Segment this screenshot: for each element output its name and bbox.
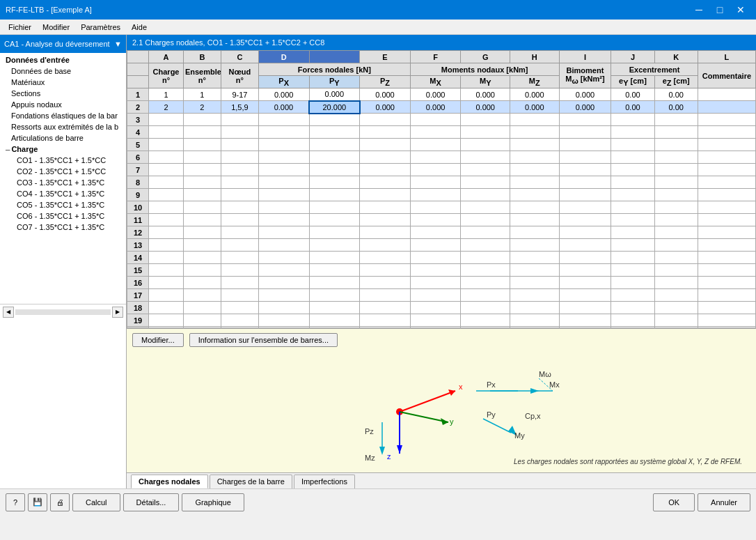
table-cell[interactable]: [309, 277, 360, 289]
table-cell[interactable]: [258, 139, 309, 151]
table-cell[interactable]: [559, 151, 611, 164]
table-cell[interactable]: [559, 126, 611, 139]
sidebar-item-co7[interactable]: CO7 - 1.35*CC1 + 1.35*C: [0, 222, 126, 233]
table-cell[interactable]: [461, 126, 510, 139]
table-cell[interactable]: [360, 151, 411, 164]
table-cell[interactable]: 0.000: [410, 88, 461, 101]
table-cell[interactable]: [221, 252, 258, 264]
table-cell[interactable]: [258, 164, 309, 176]
table-cell[interactable]: [654, 214, 698, 226]
table-cell[interactable]: [698, 289, 755, 302]
table-cell[interactable]: [461, 201, 510, 214]
table-cell[interactable]: 0.000: [360, 101, 411, 114]
scroll-left-button[interactable]: ◀: [3, 307, 14, 318]
table-row[interactable]: 14: [127, 252, 756, 264]
table-cell[interactable]: [183, 289, 221, 302]
table-cell[interactable]: 0.000: [410, 101, 461, 114]
table-cell[interactable]: [309, 164, 360, 176]
table-cell[interactable]: [360, 289, 411, 302]
table-cell[interactable]: [258, 201, 309, 214]
table-cell[interactable]: [258, 214, 309, 226]
table-cell[interactable]: [654, 289, 698, 302]
table-cell[interactable]: 17: [127, 289, 149, 302]
table-cell[interactable]: 0.00: [654, 88, 698, 101]
table-cell[interactable]: [309, 214, 360, 226]
table-row[interactable]: 1119-170.0000.0000.0000.0000.0000.0000.0…: [127, 88, 756, 101]
sidebar-item-co4[interactable]: CO4 - 1.35*CC1 + 1.35*C: [0, 188, 126, 199]
table-cell[interactable]: [149, 126, 184, 139]
table-cell[interactable]: [149, 277, 184, 289]
maximize-button[interactable]: □: [710, 0, 730, 20]
table-cell[interactable]: [410, 176, 461, 189]
table-cell[interactable]: [360, 126, 411, 139]
table-cell[interactable]: [183, 277, 221, 289]
table-cell[interactable]: [258, 289, 309, 302]
table-cell[interactable]: [559, 176, 611, 189]
table-cell[interactable]: [559, 302, 611, 314]
table-cell[interactable]: 11: [127, 214, 149, 226]
table-cell[interactable]: [149, 139, 184, 151]
table-cell[interactable]: [149, 151, 184, 164]
table-cell[interactable]: [654, 176, 698, 189]
table-cell[interactable]: 0.000: [559, 101, 611, 114]
table-cell[interactable]: [360, 226, 411, 239]
table-cell[interactable]: 0.000: [461, 101, 510, 114]
table-cell[interactable]: [149, 302, 184, 314]
table-cell[interactable]: [221, 176, 258, 189]
table-cell[interactable]: [698, 252, 755, 264]
table-cell[interactable]: [698, 226, 755, 239]
table-cell[interactable]: [149, 252, 184, 264]
table-cell[interactable]: [654, 226, 698, 239]
table-cell[interactable]: [410, 289, 461, 302]
table-cell[interactable]: [309, 189, 360, 201]
table-container[interactable]: A B C D E F G H I J K L: [127, 50, 756, 328]
table-cell[interactable]: [698, 88, 755, 101]
table-cell[interactable]: [410, 201, 461, 214]
table-cell[interactable]: 13: [127, 239, 149, 252]
table-row[interactable]: 16: [127, 277, 756, 289]
table-cell[interactable]: [258, 189, 309, 201]
table-cell[interactable]: 5: [127, 139, 149, 151]
table-row[interactable]: 17: [127, 289, 756, 302]
table-cell[interactable]: 0.00: [611, 88, 654, 101]
table-cell[interactable]: 10: [127, 201, 149, 214]
table-cell[interactable]: [698, 114, 755, 126]
minimize-button[interactable]: ─: [689, 0, 709, 20]
table-cell[interactable]: [611, 114, 654, 126]
table-cell[interactable]: [510, 114, 560, 126]
table-cell[interactable]: 1,5,9: [221, 101, 258, 114]
table-cell[interactable]: [461, 302, 510, 314]
table-cell[interactable]: [360, 189, 411, 201]
table-cell[interactable]: [654, 277, 698, 289]
table-row[interactable]: 7: [127, 164, 756, 176]
table-cell[interactable]: [654, 189, 698, 201]
table-cell[interactable]: [654, 151, 698, 164]
table-cell[interactable]: [611, 302, 654, 314]
table-row[interactable]: 4: [127, 126, 756, 139]
table-cell[interactable]: 19: [127, 314, 149, 327]
table-cell[interactable]: [149, 226, 184, 239]
table-cell[interactable]: [611, 239, 654, 252]
table-cell[interactable]: [360, 114, 411, 126]
table-cell[interactable]: [698, 139, 755, 151]
table-cell[interactable]: [221, 151, 258, 164]
table-cell[interactable]: 0.000: [258, 101, 309, 114]
table-cell[interactable]: 0.000: [461, 88, 510, 101]
modifier-button[interactable]: Modifier...: [132, 333, 184, 347]
table-cell[interactable]: 4: [127, 126, 149, 139]
table-cell[interactable]: [654, 264, 698, 277]
table-cell[interactable]: [360, 277, 411, 289]
table-cell[interactable]: 0.000: [309, 88, 360, 101]
table-row[interactable]: 2221,5,90.00020.0000.0000.0000.0000.0000…: [127, 101, 756, 114]
table-cell[interactable]: [461, 114, 510, 126]
table-cell[interactable]: 9: [127, 189, 149, 201]
table-cell[interactable]: [559, 252, 611, 264]
table-cell[interactable]: [149, 189, 184, 201]
close-button[interactable]: ✕: [731, 0, 750, 20]
table-cell[interactable]: [510, 252, 560, 264]
table-row[interactable]: 11: [127, 214, 756, 226]
print-button[interactable]: 🖨: [50, 493, 70, 511]
table-cell[interactable]: 2: [149, 101, 184, 114]
table-row[interactable]: 10: [127, 201, 756, 214]
table-cell[interactable]: [461, 314, 510, 327]
